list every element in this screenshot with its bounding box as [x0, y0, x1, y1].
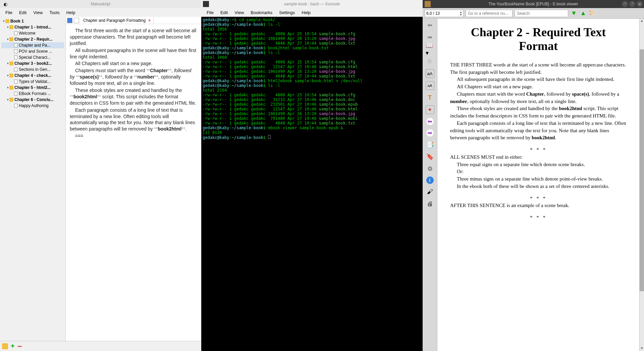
kmenu-file[interactable]: File — [203, 9, 217, 16]
preferences-icon[interactable]: ⚙ — [426, 164, 434, 173]
terminal[interactable]: gedakc@kaby:~$ cd sample-book/ gedakc@ka… — [201, 17, 423, 351]
nav-forward-icon[interactable]: ➡ — [426, 33, 434, 42]
font-larger-icon[interactable]: aA — [426, 69, 434, 78]
ebook-title: The YourBookName Book [EPUB] - E-book vi… — [488, 2, 578, 6]
scroll-track[interactable] — [640, 23, 644, 346]
scene-break: * * * — [450, 146, 627, 154]
page-counter-spinbox[interactable]: ▲▼ — [425, 10, 464, 17]
outline-tree[interactable]: ▾Book 1▾Chapter 1 - Introd...Welcome▾Cha… — [0, 17, 66, 351]
tree-item[interactable]: ▾Chapter 3 - book2... — [1, 60, 64, 66]
window-controls: ˅ ˄ ✕ — [622, 1, 643, 7]
view-mode-icon-2[interactable] — [74, 18, 79, 23]
tab-close-icon[interactable]: × — [148, 18, 151, 23]
tree-item[interactable]: Special Charact... — [1, 54, 64, 60]
fullscreen-toggle-icon[interactable]: ✦ — [426, 105, 434, 114]
menu-edit[interactable]: Edit — [16, 9, 30, 16]
view-mode-icon[interactable] — [67, 18, 72, 23]
reference-mode-icon[interactable]: 🔖 — [426, 152, 434, 161]
manuskript-menubar: File Edit View Tools Help — [0, 8, 201, 17]
manuskript-title: Manuskript — [91, 2, 111, 6]
kmenu-edit[interactable]: Edit — [217, 9, 231, 16]
bookmarks-icon[interactable]: 📑 — [426, 140, 434, 149]
ebook-toolbar: ▲▼ ▼ ▲ 📜 — [423, 8, 644, 19]
kmenu-bookmarks[interactable]: Bookmarks — [247, 9, 276, 16]
kmenu-help[interactable]: Help — [298, 9, 314, 16]
tree-item[interactable]: ▾Chapter 2 - Requir... — [1, 36, 64, 42]
font-smaller-icon[interactable]: aA — [426, 81, 434, 90]
tree-item[interactable]: Types of Validat... — [1, 79, 64, 85]
scroll-thumb[interactable] — [640, 49, 644, 292]
search-next-icon[interactable]: ▼ — [570, 10, 578, 17]
editor-textarea[interactable]: The first three words at the start of a … — [66, 24, 201, 343]
ebook-viewer-window: The YourBookName Book [EPUB] - E-book vi… — [423, 0, 644, 351]
tab-bar: Chapter and Paragraph Formatting × — [80, 16, 200, 24]
kmenu-settings[interactable]: Settings — [276, 9, 298, 16]
scene-break: * * * — [450, 214, 627, 221]
menu-file[interactable]: File — [2, 9, 16, 16]
ebook-titlebar: The YourBookName Book [EPUB] - E-book vi… — [423, 0, 644, 8]
manuskript-titlebar: ◐ Manuskript — [0, 0, 201, 8]
print-icon[interactable]: 🖨 — [426, 199, 434, 208]
tab-chapter-formatting[interactable]: Chapter and Paragraph Formatting × — [80, 17, 154, 24]
scroll-down-icon[interactable]: ▼ — [640, 346, 644, 351]
tree-item[interactable]: ▾Book 1 — [1, 18, 64, 24]
manuskript-body: ▾Book 1▾Chapter 1 - Introd...Welcome▾Cha… — [0, 17, 201, 351]
search-input[interactable] — [515, 10, 568, 17]
konsole-menubar: File Edit View Bookmarks Settings Help — [201, 8, 423, 17]
tree-item[interactable]: ▾Chapter 5 - html2... — [1, 85, 64, 91]
manuskript-bottom-bar: + − — [0, 341, 201, 351]
scene-break: * * * — [450, 195, 627, 202]
manuskript-app-icon: ◐ — [2, 1, 9, 7]
ebook-content[interactable]: Chapter 2 - Required Text Format THE FIR… — [437, 19, 639, 351]
scroll-up-icon[interactable]: ▲ — [640, 19, 644, 23]
theme-icon[interactable]: 🖌 — [426, 187, 434, 196]
prev-page-icon[interactable]: ⬅ — [426, 117, 434, 126]
page-counter-input[interactable] — [425, 11, 459, 16]
manuskript-window: ◐ Manuskript File Edit View Tools Help ▾… — [0, 0, 201, 351]
tree-item[interactable]: POV and Scene ... — [1, 48, 64, 54]
reference-input[interactable] — [466, 10, 513, 17]
scrollbar[interactable]: ▲ ▼ — [639, 19, 644, 351]
metadata-icon[interactable]: i — [426, 177, 434, 184]
copy-icon[interactable]: ⎘ — [426, 57, 434, 66]
folder-icon[interactable] — [2, 343, 8, 349]
tree-item[interactable]: Chapter and Pa... — [1, 42, 64, 48]
add-icon[interactable]: + — [11, 342, 15, 350]
spin-arrows[interactable]: ▲▼ — [459, 11, 463, 16]
ebook-sidebar: ⬅ ➡ 📖 ▾ ⎘ aA aA T ✦ ⬅ ➡ 📑 🔖 ⚙ i 🖌 🖨 — [423, 19, 437, 351]
tree-item[interactable]: Sections in Gen... — [1, 66, 64, 72]
tree-item[interactable]: ▾Chapter 4 - check... — [1, 72, 64, 79]
tree-item[interactable]: Welcome — [1, 30, 64, 36]
next-page-icon[interactable]: ➡ — [426, 129, 434, 137]
editor-panel: Chapter and Paragraph Formatting × The f… — [66, 17, 201, 351]
editor-toolbar: Chapter and Paragraph Formatting × — [66, 17, 201, 24]
toc-icon[interactable]: T — [426, 93, 434, 102]
tree-item[interactable]: Happy Authoring — [1, 103, 64, 109]
kmenu-view[interactable]: View — [231, 9, 247, 16]
chapter-heading: Chapter 2 - Required Text Format — [450, 26, 627, 53]
konsole-window: sample-book : bash — Konsole File Edit V… — [201, 0, 423, 351]
konsole-titlebar: sample-book : bash — Konsole — [201, 0, 423, 8]
remove-icon[interactable]: − — [17, 345, 22, 348]
menu-help[interactable]: Help — [63, 9, 79, 16]
tab-label: Chapter and Paragraph Formatting — [83, 18, 146, 23]
tree-item[interactable]: ▾Chapter 1 - Introd... — [1, 24, 64, 30]
close-button[interactable]: ✕ — [637, 1, 643, 7]
konsole-app-icon — [203, 1, 209, 7]
tree-item[interactable]: EBook Formats ... — [1, 91, 64, 97]
scroll-mode-icon[interactable]: 📜 — [589, 10, 596, 17]
konsole-title: sample-book : bash — Konsole — [284, 2, 340, 6]
search-prev-icon[interactable]: ▲ — [580, 10, 587, 17]
tree-item[interactable]: ▾Chapter 6 - Conclu... — [1, 97, 64, 103]
menu-tools[interactable]: Tools — [46, 9, 63, 16]
ebook-body: ⬅ ➡ 📖 ▾ ⎘ aA aA T ✦ ⬅ ➡ 📑 🔖 ⚙ i 🖌 🖨 Chap… — [423, 19, 644, 351]
maximize-button[interactable]: ˄ — [629, 1, 635, 7]
open-book-icon[interactable]: 📖 ▾ — [426, 45, 434, 54]
ebook-app-icon — [425, 1, 431, 7]
nav-back-icon[interactable]: ⬅ — [426, 21, 434, 30]
minimize-button[interactable]: ˅ — [622, 1, 628, 7]
menu-view[interactable]: View — [30, 9, 46, 16]
